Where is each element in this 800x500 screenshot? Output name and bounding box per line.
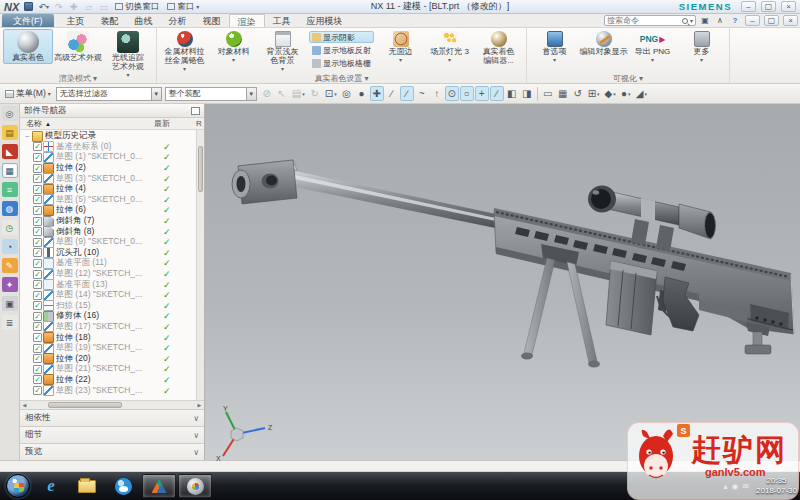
resource-notes-icon[interactable]: ≣ [2,315,18,330]
check-item-2[interactable]: 显示地板反射 [309,44,374,56]
search-input[interactable] [607,16,680,25]
ribbon-button-edit-object-display[interactable]: 编辑对象显示 [579,29,628,58]
resource-web-browser-icon[interactable]: ◍ [2,201,18,216]
section-2[interactable]: 细节∨ [20,426,204,443]
toolbar-icon-point-snap[interactable]: + [475,86,489,101]
feature-checkbox[interactable]: ✓ [33,142,42,151]
taskbar-nx-app-button[interactable] [142,474,176,498]
save-icon[interactable] [23,1,34,12]
taskbar-file-explorer-button[interactable] [70,474,104,498]
feature-checkbox[interactable]: ✓ [33,164,42,173]
resource-assembly-navigator-icon[interactable]: ▤ [2,125,18,140]
feature-checkbox[interactable]: ✓ [33,270,42,279]
window-menu-button[interactable]: 窗口▾ [165,1,201,13]
toolbar-icon-render-style-menu[interactable]: ●▾ [619,86,633,101]
taskbar-clock[interactable]: 20:35 2018-07-30 [756,476,797,496]
toolbar-icon-select-arrow[interactable]: ↖ [275,86,289,101]
check-item-3[interactable]: 显示地板格栅 [309,57,374,69]
combo-caret-icon[interactable]: ▼ [246,88,256,100]
ribbon-button-more[interactable]: 更多▾ [677,29,726,65]
ribbon-button-metal-material[interactable]: 金属材料拉丝金属铬色▾ [160,29,209,74]
section-1[interactable]: 相依性∨ [20,409,204,426]
paste-icon[interactable]: ▭ [98,1,109,12]
resource-process-studio-icon[interactable]: ◔ [2,239,18,254]
toolbar-icon-circle-center-snap[interactable]: ⊙ [445,86,459,101]
graphics-viewport[interactable]: Y Z X [205,104,800,460]
feature-checkbox[interactable]: ✓ [33,354,42,363]
toolbar-icon-spline-tool[interactable]: ~ [415,86,429,101]
ribbon-button-export-png[interactable]: PNG▶导出 PNG▾ [628,29,677,65]
feature-checkbox[interactable]: ✓ [33,174,42,183]
toolbar-icon-no-selection[interactable]: ⊘ [260,86,274,101]
switch-window-button[interactable]: 切换窗口 [113,1,161,13]
ribbon-button-no-face-edges[interactable]: 无面边▾ [376,29,425,65]
tab-2[interactable]: 装配 [93,14,127,27]
ribbon-button-true-shading-editor[interactable]: 真实着色编辑器... [474,29,523,67]
feature-checkbox[interactable]: ✓ [33,227,42,236]
toolbar-icon-line-snap[interactable]: ∕ [490,86,504,101]
feature-checkbox[interactable]: ✓ [33,344,42,353]
tree-row[interactable]: ✓草图 (23) "SKETCH_...✓ [20,385,204,396]
toolbar-icon-window-cascade[interactable]: ▭ [541,86,555,101]
toolbar-icon-face-wire[interactable]: ◨ [520,86,534,101]
copy-icon[interactable]: ▱ [83,1,94,12]
feature-checkbox[interactable]: ✓ [33,238,42,247]
resource-touch-mode-icon[interactable]: ◎ [2,106,18,121]
resource-system-scenes-icon[interactable]: ▣ [2,296,18,311]
feature-checkbox[interactable]: ✓ [33,259,42,268]
toolbar-icon-fit-window-menu[interactable]: ⊡▾ [323,86,339,101]
tree-expand-icon[interactable]: − [25,133,32,140]
scrollbar-thumb[interactable] [198,146,203,192]
feature-checkbox[interactable]: ✓ [33,375,42,384]
toolbar-icon-refresh-view[interactable]: ↻ [308,86,322,101]
user-interface-icon[interactable]: ▣ [699,15,711,26]
toolbar-icon-window-grid[interactable]: ▦ [556,86,570,101]
toolbar-icon-circle-snap[interactable]: ○ [460,86,474,101]
selection-scope-combo[interactable]: 整个装配▼ [165,87,257,101]
section-3[interactable]: 预览∨ [20,443,204,460]
undo-icon[interactable]: ↶▾ [38,1,49,12]
ribbon-button-preferences[interactable]: 首选项▾ [530,29,579,65]
menu-button[interactable]: 菜单(M)▾ [3,87,53,101]
resource-part-navigator-icon[interactable]: ▦ [2,163,18,178]
ribbon-button-background[interactable]: 背景浅灰色背景▾ [258,29,307,74]
tab-4[interactable]: 分析 [161,14,195,27]
toolbar-icon-show-hide[interactable]: ◎ [340,86,354,101]
feature-checkbox[interactable]: ✓ [33,206,42,215]
ribbon-button-advanced-art[interactable]: 高级艺术外观 [53,29,103,64]
help-icon[interactable]: ? [729,15,741,26]
feature-checkbox[interactable]: ✓ [33,365,42,374]
vertical-scrollbar[interactable] [196,130,204,400]
resource-history-icon[interactable]: ◷ [2,220,18,235]
toolbar-icon-arrow-up-tool[interactable]: ↑ [430,86,444,101]
doc-restore-button[interactable]: ▢ [764,15,779,26]
ribbon-button-object-material[interactable]: 对象材料▾ [209,29,258,65]
toolbar-icon-pan-view[interactable]: ✚ [370,86,384,101]
toolbar-icon-face-shaded[interactable]: ◧ [505,86,519,101]
scroll-right-icon[interactable]: ▶ [195,401,204,409]
feature-checkbox[interactable]: ✓ [33,386,42,395]
redo-icon[interactable]: ↷ [53,1,64,12]
resource-manufacturing-wizard-icon[interactable]: ✎ [2,258,18,273]
feature-checkbox[interactable]: ✓ [33,280,42,289]
ribbon-button-true-shading[interactable]: 真实着色 [3,29,53,64]
taskbar-internet-explorer-button[interactable]: e [34,474,68,498]
doc-close-button[interactable]: × [783,15,798,26]
taskbar-media-player-button[interactable] [178,474,212,498]
search-caret-icon[interactable]: ▾ [690,17,693,24]
column-status[interactable]: 最新 [154,118,196,129]
feature-checkbox[interactable]: ✓ [33,291,42,300]
doc-minimize-button[interactable]: – [745,15,760,26]
toolbar-icon-zoom-line[interactable]: ∕ [385,86,399,101]
tab-8[interactable]: 应用模块 [299,14,351,27]
toolbar-icon-sync-views[interactable]: ↺ [571,86,585,101]
feature-checkbox[interactable]: ✓ [33,248,42,257]
minimize-button[interactable]: – [741,1,756,12]
scroll-left-icon[interactable]: ◀ [20,401,29,409]
maximize-button[interactable]: ▢ [761,1,776,12]
toolbar-icon-shaded-view[interactable]: ● [355,86,369,101]
start-button[interactable] [6,474,30,498]
combo-caret-icon[interactable]: ▼ [151,88,161,100]
ribbon-button-scene-lights[interactable]: 场景灯光 3▾ [425,29,474,65]
tab-1[interactable]: 主页 [59,14,93,27]
